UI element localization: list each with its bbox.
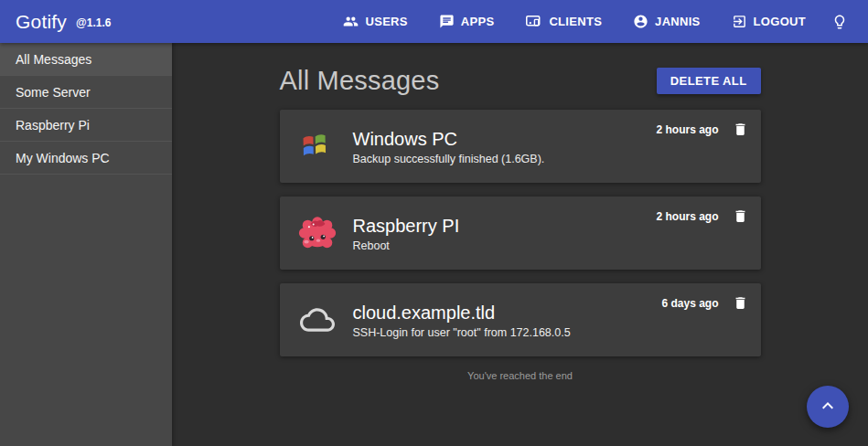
message-timestamp: 6 days ago (661, 297, 718, 310)
delete-message-button[interactable] (731, 120, 750, 139)
delete-message-button[interactable] (731, 293, 750, 313)
logout-icon (732, 14, 747, 29)
delete-all-button[interactable]: DELETE ALL (657, 68, 761, 94)
message-timestamp: 2 hours ago (656, 123, 718, 136)
message-timestamp: 2 hours ago (656, 210, 718, 223)
nav-user-label: JANNIS (655, 15, 700, 28)
message-card-cloud-example-tld: cloud.example.tld SSH-Login for user "ro… (280, 283, 761, 356)
nav-apps-label: APPS (461, 15, 495, 28)
sidebar-item-some-server[interactable]: Some Server (0, 76, 172, 109)
theme-toggle-button[interactable] (828, 8, 852, 36)
end-of-list-text: You've reached the end (280, 370, 761, 381)
trash-icon (733, 300, 748, 313)
message-title: cloud.example.tld (353, 302, 627, 324)
nav-users-button[interactable]: USERS (341, 8, 409, 35)
message-title: Raspberry PI (353, 215, 627, 237)
sidebar-item-raspberry-pi[interactable]: Raspberry Pi (0, 109, 172, 142)
nav-clients-button[interactable]: CLIENTS (523, 8, 604, 35)
trash-icon (733, 213, 748, 227)
delete-message-button[interactable] (731, 207, 750, 226)
sidebar-item-label: Raspberry Pi (16, 118, 90, 133)
nav-logout-button[interactable]: LOGOUT (730, 8, 808, 35)
main-content: All Messages DELETE ALL (172, 43, 868, 446)
sidebar-item-my-windows-pc[interactable]: My Windows PC (0, 142, 172, 175)
nav-apps-button[interactable]: APPS (437, 8, 497, 35)
message-meta: 2 hours ago (656, 207, 749, 226)
nav-logout-label: LOGOUT (754, 15, 806, 28)
message-card-windows-pc: Windows PC Backup successfully finished … (280, 110, 761, 183)
nav-user-account-button[interactable]: JANNIS (631, 8, 702, 35)
message-meta: 6 days ago (661, 293, 749, 313)
cloud-icon (296, 303, 338, 337)
message-list: Windows PC Backup successfully finished … (280, 110, 761, 356)
devices-icon (525, 14, 542, 29)
nav-clients-label: CLIENTS (549, 15, 602, 28)
users-icon (343, 14, 359, 29)
message-body: Reboot (353, 239, 627, 252)
trash-icon (733, 126, 748, 140)
content-header: All Messages DELETE ALL (280, 66, 761, 95)
sidebar-item-label: Some Server (16, 85, 91, 100)
app-bar: Gotify @1.1.6 USERS APPS CLIENTS JANNIS (0, 0, 868, 43)
message-title: Windows PC (353, 128, 627, 150)
message-body: SSH-Login for user "root" from 172.168.0… (353, 326, 627, 339)
message-card-raspberry-pi: Raspberry PI Reboot 2 hours ago (280, 196, 761, 270)
windows-logo-icon (296, 128, 338, 165)
nav-users-label: USERS (365, 15, 407, 28)
page-title: All Messages (280, 66, 440, 96)
sidebar-item-all-messages[interactable]: All Messages (0, 43, 172, 76)
message-body: Backup successfully finished (1.6GB). (353, 153, 627, 165)
account-circle-icon (633, 14, 648, 29)
chat-icon (439, 14, 455, 29)
scroll-to-top-button[interactable] (807, 386, 849, 428)
message-meta: 2 hours ago (656, 120, 749, 139)
sidebar-item-label: My Windows PC (16, 151, 110, 165)
raspberry-pi-icon (296, 212, 338, 254)
lightbulb-icon (831, 14, 848, 30)
app-version: @1.1.6 (76, 16, 111, 29)
chevron-up-icon (817, 395, 839, 419)
sidebar-item-label: All Messages (16, 52, 91, 67)
app-title: Gotify (16, 11, 67, 33)
sidebar: All Messages Some Server Raspberry Pi My… (0, 43, 172, 446)
